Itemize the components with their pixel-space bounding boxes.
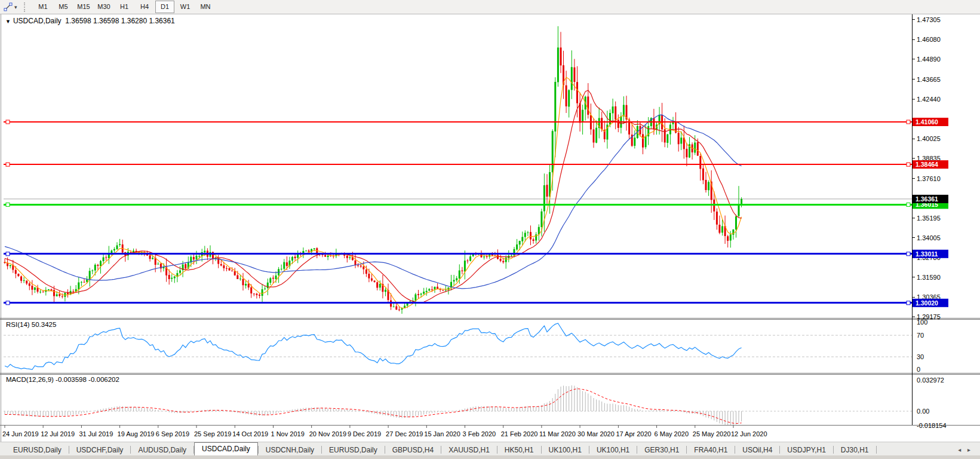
price-tick-label: 1.40025 [917, 135, 941, 142]
price-badge-red-2: 1.38464 [913, 160, 948, 169]
hline-handle[interactable] [907, 163, 910, 166]
tab-HK50-H1[interactable]: HK50,H1 [497, 444, 541, 456]
chart-canvas[interactable]: 1.473051.460801.448901.436651.424401.400… [0, 0, 980, 442]
timeframe-button-M15[interactable]: M15 [74, 1, 93, 13]
macd-axis-label: 0.00 [917, 408, 929, 415]
date-label: 31 Jul 2019 [79, 430, 113, 437]
date-label: 12 Jul 2019 [41, 430, 75, 437]
chart-background [0, 14, 980, 442]
price-tick-label: 1.34005 [917, 234, 941, 241]
date-label: 25 Sep 2019 [194, 430, 231, 437]
svg-text:1.30020: 1.30020 [916, 299, 938, 307]
date-label: 6 May 2020 [655, 430, 689, 437]
tab-FRA40-H1[interactable]: FRA40,H1 [687, 444, 735, 456]
hline-handle[interactable] [907, 203, 910, 206]
price-tick-label: 1.42440 [917, 96, 941, 103]
timeframe-button-H1[interactable]: H1 [115, 1, 134, 13]
tab-USDJPY-H1[interactable]: USDJPY,H1 [780, 444, 832, 456]
hline-handle[interactable] [6, 252, 10, 256]
tool-dropdown-arrow-icon[interactable]: ▾ [14, 4, 21, 10]
date-label: 14 Oct 2019 [232, 430, 268, 437]
date-label: 12 Jun 2020 [731, 430, 767, 437]
price-badge-blue-2: 1.30020 [913, 299, 948, 307]
price-tick-label: 1.35195 [917, 215, 941, 222]
chart-title-ohlc: 1.36598 1.36598 1.36280 1.36361 [65, 17, 175, 25]
timeframe-button-D1[interactable]: D1 [155, 1, 174, 13]
timeframe-buttons: M1M5M15M30H1H4D1W1MN [33, 0, 216, 14]
price-badge-red-1: 1.41060 [913, 118, 948, 126]
price-tick-label: 1.46080 [917, 36, 941, 43]
tab-USDCNH-Daily[interactable]: USDCNH,Daily [259, 444, 321, 456]
rsi-axis-label: 30 [917, 353, 924, 360]
hline-handle[interactable] [6, 301, 10, 305]
timeframe-button-M30[interactable]: M30 [94, 1, 113, 13]
svg-text:1.33011: 1.33011 [916, 250, 938, 258]
status-strip [0, 455, 980, 459]
timeframe-button-W1[interactable]: W1 [176, 1, 195, 13]
svg-text:1.36361: 1.36361 [916, 195, 938, 203]
tab-USOil-H4[interactable]: USOil,H4 [735, 444, 779, 456]
tab-EURUSD-Daily[interactable]: EURUSD,Daily [322, 444, 385, 456]
tab-USDCHF-Daily[interactable]: USDCHF,Daily [69, 444, 131, 456]
date-label: 30 Mar 2020 [577, 430, 615, 437]
tab-UK100-H1[interactable]: UK100,H1 [542, 444, 589, 456]
date-label: 17 Apr 2020 [616, 430, 651, 437]
tab-XAUUSD-H1[interactable]: XAUUSD,H1 [441, 444, 497, 456]
price-badge-current: 1.36361 [913, 195, 948, 203]
symbol-dropdown-icon[interactable]: ▼ [5, 19, 11, 25]
tab-divider [876, 446, 877, 454]
chart-title-symbol: USDCAD,Daily [13, 17, 62, 25]
hline-handle[interactable] [907, 252, 910, 256]
hline-handle[interactable] [907, 301, 910, 305]
date-label: 3 Feb 2020 [463, 430, 496, 437]
hline-handle[interactable] [6, 163, 10, 166]
price-tick-label: 1.43665 [917, 76, 941, 83]
rsi-axis-label: 70 [917, 332, 924, 339]
date-label: 27 Dec 2019 [386, 430, 423, 437]
tab-GBPUSD-H4[interactable]: GBPUSD,H4 [385, 444, 441, 456]
tab-DJ30-H1[interactable]: DJ30,H1 [834, 444, 876, 456]
date-label: 19 Aug 2019 [118, 430, 155, 437]
timeframe-button-H4[interactable]: H4 [135, 1, 154, 13]
price-tick-label: 1.31590 [917, 274, 941, 281]
line-tools-icon[interactable] [2, 2, 14, 13]
price-tick-label: 1.44890 [917, 56, 941, 63]
rsi-pane-label: RSI(14) 50.3425 [6, 321, 56, 328]
hline-handle[interactable] [907, 120, 910, 124]
tab-GER30-H1[interactable]: GER30,H1 [637, 444, 686, 456]
chart-title: ▼USDCAD,Daily 1.36598 1.36598 1.36280 1.… [5, 17, 175, 25]
chart-tabs: EURUSD,DailyUSDCHF,DailyAUDUSD,DailyUSDC… [6, 442, 877, 456]
rsi-axis-label: 0 [917, 366, 920, 373]
tab-UK100-H1[interactable]: UK100,H1 [589, 444, 637, 456]
tab-scroll-right-icon[interactable]: ▸ [967, 446, 970, 453]
macd-pane-label: MACD(12,26,9) -0.003598 -0.006202 [6, 376, 119, 383]
macd-axis-label: 0.032972 [917, 377, 944, 384]
price-tick-label: 1.37610 [917, 175, 941, 182]
date-label: 9 Dec 2019 [348, 430, 381, 437]
rsi-axis-label: 100 [917, 319, 927, 326]
toolbar: ▾ M1M5M15M30H1H4D1W1MN [0, 0, 980, 14]
svg-text:1.38464: 1.38464 [916, 161, 938, 168]
date-label: 21 Feb 2020 [501, 430, 538, 437]
tab-USDCAD-Daily[interactable]: USDCAD,Daily [194, 442, 258, 456]
tab-scroll-left-icon[interactable]: ◂ [958, 446, 961, 453]
date-label: 15 Jan 2020 [424, 430, 460, 437]
tab-EURUSD-Daily[interactable]: EURUSD,Daily [6, 444, 69, 456]
toolbar-grip [24, 2, 28, 12]
tab-scroll-arrows[interactable]: ◂ ▸ [953, 446, 970, 453]
timeframe-button-M1[interactable]: M1 [33, 1, 53, 13]
timeframe-button-MN[interactable]: MN [196, 1, 215, 13]
chart-tabs-bar: EURUSD,DailyUSDCHF,DailyAUDUSD,DailyUSDC… [0, 442, 980, 456]
date-label: 24 Jun 2019 [2, 430, 39, 437]
date-label: 11 Mar 2020 [539, 430, 576, 437]
date-label: 6 Sep 2019 [156, 430, 189, 437]
trading-platform-window: { "toolbar": { "timeframes": ["M1","M5",… [0, 0, 980, 459]
hline-handle[interactable] [6, 203, 10, 206]
timeframe-button-M5[interactable]: M5 [54, 1, 73, 13]
svg-text:1.41060: 1.41060 [916, 118, 938, 126]
price-badge-blue-1: 1.33011 [913, 250, 948, 258]
hline-handle[interactable] [6, 120, 10, 124]
date-label: 20 Nov 2019 [309, 430, 346, 437]
tab-AUDUSD-Daily[interactable]: AUDUSD,Daily [131, 444, 193, 456]
macd-axis-label: -0.018154 [917, 422, 947, 429]
